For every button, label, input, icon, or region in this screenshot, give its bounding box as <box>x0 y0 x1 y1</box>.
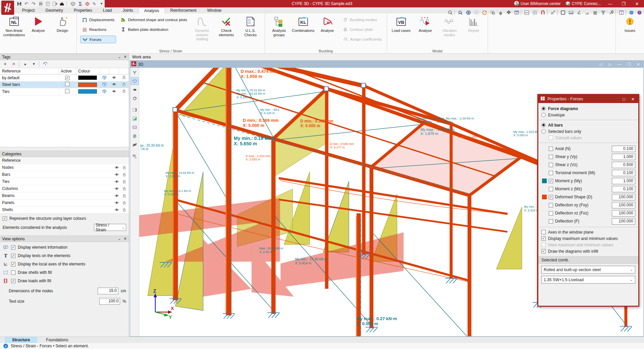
comb-case-select[interactable]: 1.35·SW+1.5·Liveload⌄ <box>541 276 635 284</box>
bimserver-user[interactable]: ✓User BIMserver.center <box>514 1 560 7</box>
templates-icon[interactable] <box>531 9 539 16</box>
wa-section-red-icon[interactable] <box>131 106 139 114</box>
radio-all-bars[interactable]: All bars <box>541 122 635 128</box>
print-icon[interactable] <box>38 0 44 7</box>
text-size-input[interactable]: 100.0 <box>99 298 120 305</box>
filter-icon[interactable] <box>599 9 607 16</box>
force-scale-input[interactable]: 1.000 <box>612 154 635 160</box>
wa-layers-icon[interactable] <box>131 132 139 140</box>
option-checkbox[interactable] <box>11 270 15 275</box>
wa-section-dashed-icon[interactable] <box>131 123 139 131</box>
close-panel-icon[interactable]: ✕ <box>124 55 127 59</box>
doc-minimize-button[interactable]: — <box>616 62 623 67</box>
force-checkbox[interactable] <box>549 187 553 191</box>
search-binoculars-icon[interactable] <box>59 0 65 7</box>
layer-colours-checkbox[interactable] <box>3 216 7 221</box>
category-row-bars[interactable]: Bars <box>0 171 129 178</box>
ribbon-button-report[interactable]: Report <box>462 14 486 34</box>
view-option-draw-loads-with-fill[interactable]: Draw loads with fill <box>3 278 126 284</box>
dialog-option-axes-in-the-window-plane[interactable]: Axes in the window plane <box>541 229 635 235</box>
force-checkbox[interactable] <box>549 171 553 175</box>
axes-reference-icon[interactable] <box>549 9 557 16</box>
ribbon-button-forces[interactable]: Forces <box>80 36 116 43</box>
angle-icon[interactable]: ∠ <box>575 9 583 16</box>
category-row-panels[interactable]: Panels <box>0 199 129 206</box>
radio-force-diagrams[interactable]: Force diagrams <box>541 105 635 112</box>
dialog-titlebar[interactable]: Properties - Forces □ ✕ <box>538 95 638 103</box>
magnet-snap-icon[interactable] <box>539 9 547 16</box>
tag-active-checkbox[interactable] <box>65 82 69 86</box>
menu-tab-project[interactable]: Project <box>17 7 40 13</box>
ribbon-button-analysis-groups[interactable]: Analysis groups <box>267 14 291 38</box>
collapse-icon[interactable]: ⌄ <box>118 55 121 59</box>
add-tag-icon[interactable]: ＋ <box>1 61 9 67</box>
menu-tab-analysis[interactable]: Analysis <box>139 7 165 13</box>
ribbon-button-check-elements[interactable]: Check elements <box>214 14 238 38</box>
force-scale-input[interactable]: 0.100 <box>612 146 635 152</box>
menu-tab-window[interactable]: Window <box>202 7 227 13</box>
collapse-icon[interactable]: ⌄ <box>118 237 121 241</box>
menu-tab-geometry[interactable]: Geometry <box>40 7 68 13</box>
ribbon-button-vibration-modes[interactable]: Vibration modes <box>437 14 462 38</box>
force-scale-input[interactable]: 100.000 <box>612 218 635 225</box>
visible-eye-icon[interactable] <box>111 89 117 94</box>
radio-envelope[interactable]: Envelope <box>541 112 635 118</box>
option-checkbox[interactable] <box>11 262 15 266</box>
dialog-option-display-maximum-and-minimum-values[interactable]: Display maximum and minimum values <box>541 235 635 242</box>
previous-view-button[interactable]: ◁ <box>597 62 604 67</box>
option-checkbox[interactable] <box>11 245 15 250</box>
ribbon-button-deformed-shape-and-contour-plots[interactable]: Deformed shape and contour plots <box>119 16 189 23</box>
print-preview-icon[interactable] <box>45 0 51 7</box>
close-button[interactable]: ✕ <box>633 1 641 6</box>
category-row-columns[interactable]: Columns <box>0 185 129 192</box>
category-row-beams[interactable]: Beams <box>0 192 129 199</box>
assign-tag-icon[interactable]: I <box>42 61 49 67</box>
lock-icon[interactable] <box>121 200 127 205</box>
zoom-window-icon[interactable] <box>465 9 472 16</box>
layer-cube-icon[interactable] <box>102 82 107 87</box>
tag-colour-swatch[interactable] <box>78 76 97 80</box>
menu-tab-joints[interactable]: Joints <box>117 7 138 13</box>
maximize-button[interactable]: ❐ <box>619 1 628 6</box>
layer-colours-option[interactable]: Represent the structure using layer colo… <box>3 216 126 221</box>
weld-target-icon[interactable] <box>84 0 90 7</box>
lock-icon[interactable] <box>121 179 127 184</box>
visible-eye-icon[interactable] <box>111 82 117 87</box>
force-checkbox[interactable] <box>549 147 553 151</box>
force-scale-input[interactable]: 0.100 <box>612 186 635 192</box>
send-to-window-icon[interactable] <box>513 9 521 16</box>
option-checkbox[interactable] <box>11 279 15 283</box>
lock-icon[interactable] <box>121 82 126 87</box>
minimize-button[interactable]: — <box>606 1 614 6</box>
tag-active-checkbox[interactable] <box>65 76 69 80</box>
comb-type-select[interactable]: Rolled and built-up section steel⌄ <box>541 266 635 273</box>
visible-eye-icon[interactable] <box>114 200 119 205</box>
wa-rotate-icon[interactable] <box>131 95 139 102</box>
visible-eye-icon[interactable] <box>114 186 119 191</box>
tag-row-ties[interactable]: Ties <box>0 88 129 95</box>
tools-icon[interactable] <box>607 9 615 16</box>
wa-local-axes-icon[interactable] <box>131 68 139 76</box>
force-checkbox[interactable] <box>549 155 553 159</box>
dialog-option-draw-the-diagrams-with-infill[interactable]: Draw the diagrams with infill <box>541 248 635 254</box>
pan-hand-icon[interactable] <box>497 9 504 16</box>
menu-tab-load[interactable]: Load <box>98 7 117 13</box>
bottom-tab-structure[interactable]: Structure <box>5 337 37 343</box>
dialog-close-button[interactable]: ✕ <box>630 97 636 102</box>
force-checkbox[interactable] <box>549 179 553 183</box>
zoom-rect-icon[interactable] <box>489 9 496 16</box>
redraw-icon[interactable] <box>481 9 488 16</box>
wa-orbit-icon[interactable] <box>131 86 139 94</box>
force-checkbox[interactable] <box>549 195 553 199</box>
ribbon-button-analyse[interactable]: K·LAnalyse <box>315 14 339 34</box>
close-panel-icon[interactable]: ✕ <box>124 237 127 241</box>
view-option-display-element-information[interactable]: Display element information <box>3 245 126 250</box>
tag-row-steel-bars[interactable]: Steel bars <box>0 81 129 88</box>
ribbon-button-analyse[interactable]: Analyse <box>413 14 437 34</box>
force-checkbox[interactable] <box>549 219 553 223</box>
wa-section-green-icon[interactable] <box>131 115 139 122</box>
visible-eye-icon[interactable] <box>114 172 119 177</box>
ribbon-button-u-l-s-checks[interactable]: ✓✓✕U.L.S. Checks <box>238 14 263 38</box>
ribbon-button-buckling-modes[interactable]: Buckling modes <box>341 16 383 23</box>
lock-icon[interactable] <box>121 186 127 191</box>
